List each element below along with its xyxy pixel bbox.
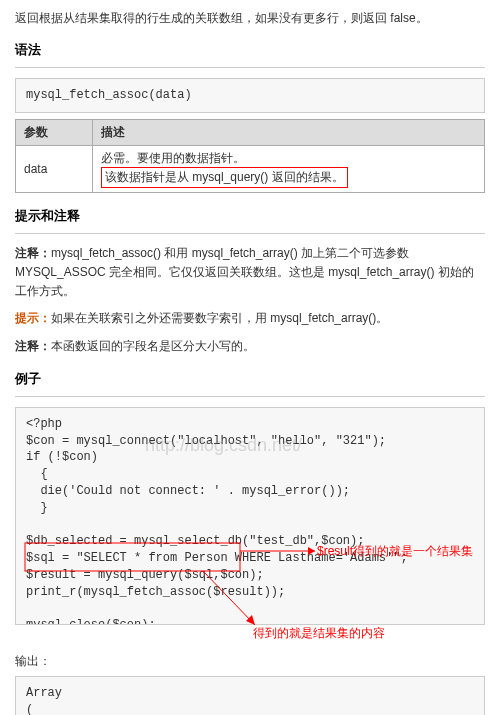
intro-text: 返回根据从结果集取得的行生成的关联数组，如果没有更多行，则返回 false。 <box>15 10 485 27</box>
note-label: 注释： <box>15 246 51 260</box>
highlight-box: 该数据指针是从 mysql_query() 返回的结果。 <box>101 167 348 188</box>
syntax-code-box: mysql_fetch_assoc(data) <box>15 78 485 113</box>
desc-part1: 必需。要使用的数据指针。 <box>101 151 245 165</box>
notes-heading: 提示和注释 <box>15 207 485 225</box>
tip-line: 提示：如果在关联索引之外还需要数字索引，用 mysql_fetch_array(… <box>15 309 485 328</box>
note-text: 本函数返回的字段名是区分大小写的。 <box>51 339 255 353</box>
example-heading: 例子 <box>15 370 485 388</box>
params-table: 参数 描述 data 必需。要使用的数据指针。 该数据指针是从 mysql_qu… <box>15 119 485 193</box>
example-code-box: <?php $con = mysql_connect("localhost", … <box>15 407 485 625</box>
output-code-box: Array ( [LastName] => Adams [FirstName] … <box>15 676 485 715</box>
divider <box>15 396 485 397</box>
note-label: 注释： <box>15 339 51 353</box>
note-line: 注释：本函数返回的字段名是区分大小写的。 <box>15 337 485 356</box>
tip-label: 提示： <box>15 311 51 325</box>
divider <box>15 233 485 234</box>
note-text: mysql_fetch_assoc() 和用 mysql_fetch_array… <box>15 246 474 298</box>
example-container: <?php $con = mysql_connect("localhost", … <box>15 407 485 625</box>
annotation-row: 得到的就是结果集的内容 <box>15 625 485 643</box>
table-row: 参数 描述 <box>16 119 485 145</box>
td-param-name: data <box>16 145 93 192</box>
annotation-text-2: 得到的就是结果集的内容 <box>253 625 385 642</box>
td-param-desc: 必需。要使用的数据指针。 该数据指针是从 mysql_query() 返回的结果… <box>93 145 485 192</box>
table-row: data 必需。要使用的数据指针。 该数据指针是从 mysql_query() … <box>16 145 485 192</box>
tip-text: 如果在关联索引之外还需要数字索引，用 mysql_fetch_array()。 <box>51 311 388 325</box>
th-param: 参数 <box>16 119 93 145</box>
annotation-text-1: $result得到的就是一个结果集 <box>317 543 473 560</box>
th-desc: 描述 <box>93 119 485 145</box>
syntax-heading: 语法 <box>15 41 485 59</box>
output-label: 输出： <box>15 653 485 670</box>
note-line: 注释：mysql_fetch_assoc() 和用 mysql_fetch_ar… <box>15 244 485 302</box>
divider <box>15 67 485 68</box>
